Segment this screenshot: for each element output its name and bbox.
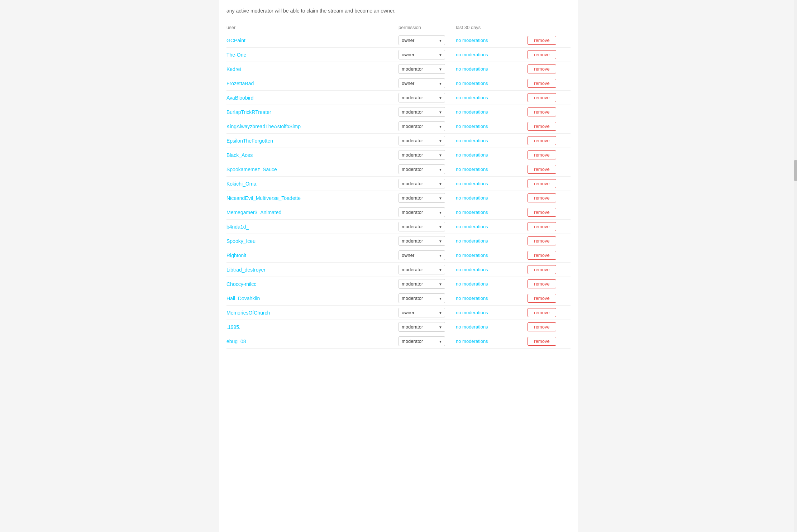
user-link[interactable]: MemoriesOfChurch xyxy=(226,310,398,316)
user-link[interactable]: GCPaint xyxy=(226,38,398,43)
remove-button[interactable]: remove xyxy=(528,236,556,245)
table-row: NiceandEvil_Multiverse_Toadetteownermode… xyxy=(226,191,571,205)
table-row: b4nda1d_ownermoderatorno moderationsremo… xyxy=(226,220,571,234)
permission-select[interactable]: ownermoderator xyxy=(398,78,445,88)
user-link[interactable]: The-One xyxy=(226,52,398,58)
user-link[interactable]: FrozettaBad xyxy=(226,81,398,86)
permission-select[interactable]: ownermoderator xyxy=(398,236,445,246)
user-link[interactable]: Rightonit xyxy=(226,253,398,258)
moderation-status: no moderations xyxy=(456,52,528,57)
permission-select-wrapper: ownermoderator xyxy=(398,222,445,231)
remove-button[interactable]: remove xyxy=(528,64,556,73)
table-row: Libtrad_destroyerownermoderatorno modera… xyxy=(226,263,571,277)
user-link[interactable]: Libtrad_destroyer xyxy=(226,267,398,273)
permission-select[interactable]: ownermoderator xyxy=(398,207,445,217)
remove-button[interactable]: remove xyxy=(528,136,556,145)
table-row: The-Oneownermoderatorno moderationsremov… xyxy=(226,48,571,62)
remove-button[interactable]: remove xyxy=(528,93,556,102)
permission-select[interactable]: ownermoderator xyxy=(398,164,445,174)
remove-button[interactable]: remove xyxy=(528,265,556,274)
scrollbar-track[interactable] xyxy=(794,0,797,532)
user-link[interactable]: KingAlwayzbreadTheAstolfoSimp xyxy=(226,124,398,129)
table-row: Black_Acesownermoderatorno moderationsre… xyxy=(226,148,571,162)
remove-button[interactable]: remove xyxy=(528,222,556,231)
user-link[interactable]: Black_Aces xyxy=(226,152,398,158)
user-link[interactable]: Spooky_Iceu xyxy=(226,238,398,244)
permission-select[interactable]: ownermoderator xyxy=(398,222,445,231)
permission-select[interactable]: ownermoderator xyxy=(398,293,445,303)
permission-select-wrapper: ownermoderator xyxy=(398,64,445,74)
permission-select-wrapper: ownermoderator xyxy=(398,164,445,174)
permission-select[interactable]: ownermoderator xyxy=(398,308,445,317)
remove-button[interactable]: remove xyxy=(528,107,556,116)
table-row: BurlapTrickRTreaterownermoderatorno mode… xyxy=(226,105,571,119)
table-row: GCPaintownermoderatorno moderationsremov… xyxy=(226,33,571,48)
permission-select[interactable]: ownermoderator xyxy=(398,179,445,188)
remove-button[interactable]: remove xyxy=(528,308,556,317)
permission-select-wrapper: ownermoderator xyxy=(398,236,445,246)
intro-text: any active moderator will be able to cla… xyxy=(226,7,571,15)
permission-select[interactable]: ownermoderator xyxy=(398,265,445,274)
remove-button[interactable]: remove xyxy=(528,122,556,131)
scrollbar-thumb[interactable] xyxy=(794,160,797,181)
table-row: ebug_08ownermoderatorno moderationsremov… xyxy=(226,334,571,349)
user-link[interactable]: Hail_Dovahkiin xyxy=(226,296,398,301)
permission-select[interactable]: ownermoderator xyxy=(398,93,445,102)
user-link[interactable]: BurlapTrickRTreater xyxy=(226,109,398,115)
user-link[interactable]: Kedrei xyxy=(226,66,398,72)
user-link[interactable]: AvaBloobird xyxy=(226,95,398,101)
permission-select-wrapper: ownermoderator xyxy=(398,207,445,217)
moderation-status: no moderations xyxy=(456,109,528,115)
remove-button[interactable]: remove xyxy=(528,150,556,159)
permission-select[interactable]: ownermoderator xyxy=(398,336,445,346)
permission-select[interactable]: ownermoderator xyxy=(398,107,445,117)
user-link[interactable]: EpsilonTheForgotten xyxy=(226,138,398,144)
permission-select[interactable]: ownermoderator xyxy=(398,250,445,260)
moderation-status: no moderations xyxy=(456,66,528,72)
user-link[interactable]: Spookamemez_Sauce xyxy=(226,167,398,172)
permission-select[interactable]: ownermoderator xyxy=(398,279,445,289)
moderation-status: no moderations xyxy=(456,339,528,344)
user-link[interactable]: .1995. xyxy=(226,324,398,330)
moderation-status: no moderations xyxy=(456,95,528,100)
table-row: Kokichi_Oma.ownermoderatorno moderations… xyxy=(226,177,571,191)
remove-button[interactable]: remove xyxy=(528,193,556,202)
remove-button[interactable]: remove xyxy=(528,179,556,188)
permission-select[interactable]: ownermoderator xyxy=(398,50,445,59)
moderation-status: no moderations xyxy=(456,281,528,287)
table-row: FrozettaBadownermoderatorno moderationsr… xyxy=(226,76,571,91)
permission-select[interactable]: ownermoderator xyxy=(398,136,445,145)
remove-button[interactable]: remove xyxy=(528,208,556,217)
permission-select-wrapper: ownermoderator xyxy=(398,293,445,303)
user-link[interactable]: Choccy-milcc xyxy=(226,281,398,287)
permission-select[interactable]: ownermoderator xyxy=(398,121,445,131)
moderation-status: no moderations xyxy=(456,81,528,86)
remove-button[interactable]: remove xyxy=(528,79,556,88)
permission-select[interactable]: ownermoderator xyxy=(398,35,445,45)
remove-button[interactable]: remove xyxy=(528,294,556,303)
moderation-status: no moderations xyxy=(456,310,528,315)
table-row: Rightonitownermoderatorno moderationsrem… xyxy=(226,248,571,263)
remove-button[interactable]: remove xyxy=(528,165,556,174)
user-link[interactable]: ebug_08 xyxy=(226,339,398,344)
permission-select-wrapper: ownermoderator xyxy=(398,336,445,346)
remove-button[interactable]: remove xyxy=(528,251,556,260)
permission-select-wrapper: ownermoderator xyxy=(398,265,445,274)
permission-select[interactable]: ownermoderator xyxy=(398,322,445,332)
permission-select[interactable]: ownermoderator xyxy=(398,150,445,160)
remove-button[interactable]: remove xyxy=(528,322,556,331)
remove-button[interactable]: remove xyxy=(528,50,556,59)
table-row: Spookamemez_Sauceownermoderatorno modera… xyxy=(226,162,571,177)
remove-button[interactable]: remove xyxy=(528,36,556,45)
table-row: Choccy-milccownermoderatorno moderations… xyxy=(226,277,571,291)
page-container: any active moderator will be able to cla… xyxy=(219,0,578,532)
permission-select[interactable]: ownermoderator xyxy=(398,64,445,74)
remove-button[interactable]: remove xyxy=(528,279,556,288)
rows-container: GCPaintownermoderatorno moderationsremov… xyxy=(226,33,571,349)
permission-select[interactable]: ownermoderator xyxy=(398,193,445,203)
user-link[interactable]: Kokichi_Oma. xyxy=(226,181,398,187)
user-link[interactable]: NiceandEvil_Multiverse_Toadette xyxy=(226,195,398,201)
user-link[interactable]: Memegamer3_Animated xyxy=(226,210,398,215)
user-link[interactable]: b4nda1d_ xyxy=(226,224,398,230)
remove-button[interactable]: remove xyxy=(528,337,556,346)
